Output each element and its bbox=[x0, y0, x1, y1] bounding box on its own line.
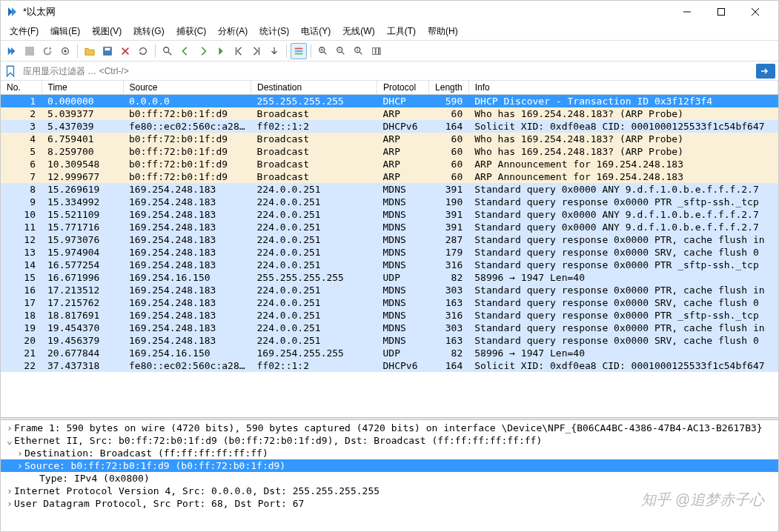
menu-capture[interactable]: 捕获(C) bbox=[170, 24, 213, 39]
zoom-in-button[interactable] bbox=[315, 43, 331, 59]
tree-frame[interactable]: ›Frame 1: 590 bytes on wire (4720 bits),… bbox=[1, 422, 778, 434]
svg-rect-14 bbox=[295, 50, 303, 52]
packet-row[interactable]: 25.039377b0:ff:72:b0:1f:d9BroadcastARP60… bbox=[1, 107, 778, 120]
svg-point-11 bbox=[164, 47, 169, 52]
find-packet-button[interactable] bbox=[159, 43, 176, 59]
tree-udp-label: User Datagram Protocol, Src Port: 68, Ds… bbox=[14, 498, 304, 509]
tree-ip[interactable]: ›Internet Protocol Version 4, Src: 0.0.0… bbox=[1, 485, 778, 497]
menu-help[interactable]: 帮助(H) bbox=[422, 24, 464, 39]
go-last-button[interactable] bbox=[248, 43, 265, 59]
packet-row[interactable]: 915.334992169.254.248.183224.0.0.251MDNS… bbox=[1, 196, 778, 208]
tree-eth-type-label: Type: IPv4 (0x0800) bbox=[39, 473, 150, 484]
auto-scroll-button[interactable] bbox=[266, 43, 282, 59]
packet-row[interactable]: 1617.213512169.254.248.183224.0.0.251MDN… bbox=[1, 284, 778, 296]
tree-eth-type[interactable]: Type: IPv4 (0x0800) bbox=[1, 472, 778, 485]
packet-row[interactable]: 58.259700b0:ff:72:b0:1f:d9BroadcastARP60… bbox=[1, 145, 778, 158]
menu-edit[interactable]: 编辑(E) bbox=[44, 24, 86, 39]
packet-row[interactable]: 1416.577254169.254.248.183224.0.0.251MDN… bbox=[1, 259, 778, 271]
packet-row[interactable]: 1015.521109169.254.248.183224.0.0.251MDN… bbox=[1, 208, 778, 221]
packet-row[interactable]: 2019.456379169.254.248.183224.0.0.251MDN… bbox=[1, 334, 778, 347]
packet-row[interactable]: 46.759401b0:ff:72:b0:1f:d9BroadcastARP60… bbox=[1, 133, 778, 145]
caret-icon[interactable]: › bbox=[5, 422, 14, 433]
stop-capture-button[interactable] bbox=[21, 43, 38, 59]
packet-row[interactable]: 610.309548b0:ff:72:b0:1f:d9BroadcastARP6… bbox=[1, 158, 778, 170]
colorize-button[interactable] bbox=[291, 43, 307, 59]
close-file-button[interactable] bbox=[117, 43, 133, 59]
display-filter-input[interactable] bbox=[20, 64, 753, 78]
packet-list-pane[interactable]: No. Time Source Destination Protocol Len… bbox=[1, 81, 778, 417]
menu-statistics[interactable]: 统计(S) bbox=[253, 24, 295, 39]
packet-row[interactable]: 1818.817691169.254.248.183224.0.0.251MDN… bbox=[1, 309, 778, 322]
col-length[interactable]: Length bbox=[429, 81, 469, 95]
packet-row[interactable]: 1717.215762169.254.248.183224.0.0.251MDN… bbox=[1, 296, 778, 309]
toolbar: 1 bbox=[1, 41, 778, 61]
menu-telephony[interactable]: 电话(Y) bbox=[295, 24, 337, 39]
bookmark-icon[interactable] bbox=[4, 64, 17, 78]
svg-rect-4 bbox=[25, 47, 34, 56]
packet-row[interactable]: 10.0000000.0.0.0255.255.255.255DHCP590DH… bbox=[1, 95, 778, 108]
packet-details-pane[interactable]: ›Frame 1: 590 bytes on wire (4720 bits),… bbox=[1, 420, 778, 531]
packet-row[interactable]: 712.999677b0:ff:72:b0:1f:d9BroadcastARP6… bbox=[1, 170, 778, 183]
packet-row[interactable]: 2120.677844169.254.16.150169.254.255.255… bbox=[1, 347, 778, 359]
packet-row[interactable]: 1516.671996169.254.16.150255.255.255.255… bbox=[1, 271, 778, 284]
tree-eth-dst[interactable]: ›Destination: Broadcast (ff:ff:ff:ff:ff:… bbox=[1, 447, 778, 459]
zoom-reset-button[interactable]: 1 bbox=[351, 43, 367, 59]
caret-icon[interactable]: › bbox=[16, 460, 24, 471]
caret-icon[interactable]: › bbox=[5, 485, 14, 496]
col-protocol[interactable]: Protocol bbox=[377, 81, 429, 95]
go-to-packet-button[interactable] bbox=[213, 43, 229, 59]
col-no[interactable]: No. bbox=[1, 81, 42, 95]
resize-columns-button[interactable] bbox=[368, 43, 385, 59]
svg-line-22 bbox=[342, 51, 345, 54]
leaf-icon bbox=[30, 473, 39, 484]
tree-eth-src-label: Source: b0:ff:72:b0:1f:d9 (b0:ff:72:b0:1… bbox=[24, 460, 285, 471]
col-destination[interactable]: Destination bbox=[251, 81, 377, 95]
packet-row[interactable]: 2237.437318fe80::ec02:560c:a28…ff02::1:2… bbox=[1, 359, 778, 372]
apply-filter-button[interactable] bbox=[756, 64, 775, 79]
tree-udp[interactable]: ›User Datagram Protocol, Src Port: 68, D… bbox=[1, 497, 778, 510]
packet-row[interactable]: 815.269619169.254.248.183224.0.0.251MDNS… bbox=[1, 183, 778, 196]
packet-row[interactable]: 35.437039fe80::ec02:560c:a28…ff02::1:2DH… bbox=[1, 120, 778, 133]
close-button[interactable] bbox=[738, 1, 772, 23]
packet-row[interactable]: 1215.973076169.254.248.183224.0.0.251MDN… bbox=[1, 233, 778, 246]
packet-list-header[interactable]: No. Time Source Destination Protocol Len… bbox=[1, 81, 778, 95]
col-time[interactable]: Time bbox=[42, 81, 123, 95]
svg-line-25 bbox=[359, 51, 362, 54]
caret-icon[interactable]: › bbox=[16, 448, 24, 459]
open-file-button[interactable] bbox=[82, 43, 98, 59]
restart-capture-button[interactable] bbox=[39, 43, 56, 59]
svg-line-19 bbox=[324, 51, 327, 54]
svg-line-12 bbox=[168, 51, 171, 54]
packet-row[interactable]: 1315.974904169.254.248.183224.0.0.251MDN… bbox=[1, 246, 778, 259]
menu-go[interactable]: 跳转(G) bbox=[127, 24, 170, 39]
save-file-button[interactable] bbox=[99, 43, 116, 59]
menu-view[interactable]: 视图(V) bbox=[86, 24, 127, 39]
start-capture-button[interactable] bbox=[4, 43, 20, 59]
svg-rect-26 bbox=[373, 47, 376, 54]
reload-button[interactable] bbox=[135, 43, 151, 59]
menu-file[interactable]: 文件(F) bbox=[4, 24, 44, 39]
col-source[interactable]: Source bbox=[123, 81, 251, 95]
packet-row[interactable]: 1919.454370169.254.248.183224.0.0.251MDN… bbox=[1, 322, 778, 334]
menu-analyze[interactable]: 分析(A) bbox=[212, 24, 253, 39]
go-back-button[interactable] bbox=[177, 43, 193, 59]
col-info[interactable]: Info bbox=[468, 81, 778, 95]
zoom-out-button[interactable] bbox=[333, 43, 349, 59]
go-first-button[interactable] bbox=[231, 43, 247, 59]
menu-tools[interactable]: 工具(T) bbox=[381, 24, 422, 39]
menu-wireless[interactable]: 无线(W) bbox=[337, 24, 380, 39]
window-title: *以太网 bbox=[23, 5, 670, 19]
capture-options-button[interactable] bbox=[57, 43, 73, 59]
caret-down-icon[interactable]: ⌄ bbox=[5, 435, 14, 446]
app-icon bbox=[7, 6, 19, 18]
tree-ethernet[interactable]: ⌄Ethernet II, Src: b0:ff:72:b0:1f:d9 (b0… bbox=[1, 434, 778, 447]
tree-eth-src[interactable]: ›Source: b0:ff:72:b0:1f:d9 (b0:ff:72:b0:… bbox=[1, 459, 778, 472]
caret-icon[interactable]: › bbox=[5, 498, 14, 509]
minimize-button[interactable] bbox=[670, 1, 704, 23]
svg-point-6 bbox=[64, 50, 67, 53]
svg-rect-8 bbox=[105, 47, 110, 50]
maximize-button[interactable] bbox=[704, 1, 738, 23]
filter-bar bbox=[1, 61, 778, 81]
go-forward-button[interactable] bbox=[195, 43, 211, 59]
packet-row[interactable]: 1115.771716169.254.248.183224.0.0.251MDN… bbox=[1, 221, 778, 233]
